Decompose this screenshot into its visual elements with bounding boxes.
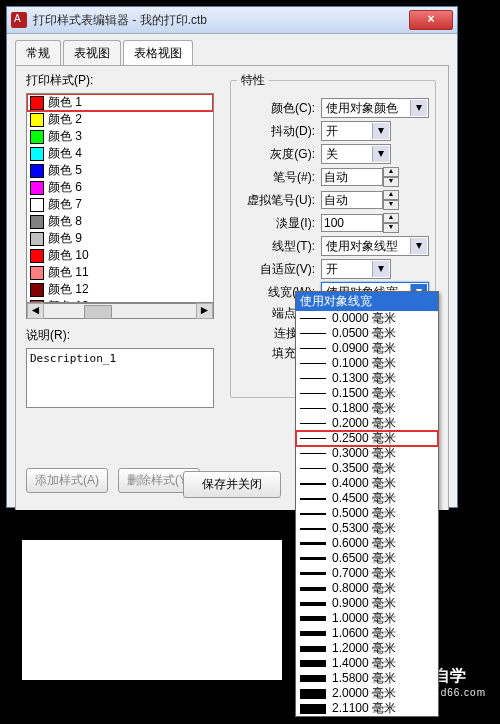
lineweight-option[interactable]: 0.6000 毫米 [296, 536, 438, 551]
lineweight-option[interactable]: 0.5000 毫米 [296, 506, 438, 521]
lineweight-option[interactable]: 0.4000 毫米 [296, 476, 438, 491]
close-button[interactable]: × [409, 10, 453, 30]
color-swatch-icon [30, 249, 44, 263]
adaptive-combo[interactable]: 开▾ [321, 259, 391, 279]
style-list-item[interactable]: 颜色 9 [27, 230, 213, 247]
lineweight-option[interactable]: 0.1500 毫米 [296, 386, 438, 401]
lineweight-preview-icon [300, 423, 326, 424]
style-list-label: 颜色 8 [48, 213, 82, 230]
lineweight-preview-icon [300, 468, 326, 469]
dither-combo[interactable]: 开▾ [321, 121, 391, 141]
scroll-thumb[interactable] [84, 305, 112, 319]
screen-input[interactable] [321, 214, 383, 232]
lineweight-option[interactable]: 0.3000 毫米 [296, 446, 438, 461]
lineweight-option[interactable]: 0.9000 毫米 [296, 596, 438, 611]
style-list-item[interactable]: 颜色 10 [27, 247, 213, 264]
dropdown-current[interactable]: 使用对象线宽 [296, 292, 438, 311]
lineweight-option[interactable]: 0.1800 毫米 [296, 401, 438, 416]
style-list-label: 颜色 3 [48, 128, 82, 145]
lineweight-option[interactable]: 1.4000 毫米 [296, 656, 438, 671]
lineweight-preview-icon [300, 393, 326, 394]
lineweight-option[interactable]: 0.2500 毫米 [296, 431, 438, 446]
lineweight-option[interactable]: 1.0000 毫米 [296, 611, 438, 626]
styles-label: 打印样式(P): [26, 72, 218, 89]
tab-form-view[interactable]: 表格视图 [123, 40, 193, 65]
color-combo[interactable]: 使用对象颜色▾ [321, 98, 429, 118]
style-list-item[interactable]: 颜色 6 [27, 179, 213, 196]
titlebar[interactable]: 打印样式表编辑器 - 我的打印.ctb × [7, 7, 457, 34]
pen-input[interactable] [321, 168, 383, 186]
lineweight-preview-icon [300, 557, 326, 560]
lineweight-preview-icon [300, 483, 326, 485]
style-list-item[interactable]: 颜色 2 [27, 111, 213, 128]
lineweight-option[interactable]: 0.7000 毫米 [296, 566, 438, 581]
vpen-input[interactable] [321, 191, 383, 209]
lineweight-preview-icon [300, 587, 326, 591]
app-icon [11, 12, 27, 28]
background-panel [22, 540, 282, 680]
style-list-item[interactable]: 颜色 12 [27, 281, 213, 298]
color-swatch-icon [30, 113, 44, 127]
style-list-item[interactable]: 颜色 5 [27, 162, 213, 179]
lineweight-dropdown[interactable]: 使用对象线宽 0.0000 毫米0.0500 毫米0.0900 毫米0.1000… [295, 291, 439, 717]
lineweight-option[interactable]: 0.1300 毫米 [296, 371, 438, 386]
screen-spinner[interactable]: ▲▼ [383, 213, 399, 233]
style-list-item[interactable]: 颜色 11 [27, 264, 213, 281]
lineweight-option[interactable]: 0.1000 毫米 [296, 356, 438, 371]
lineweight-preview-icon [300, 660, 326, 667]
color-swatch-icon [30, 96, 44, 110]
styles-listbox[interactable]: 颜色 1颜色 2颜色 3颜色 4颜色 5颜色 6颜色 7颜色 8颜色 9颜色 1… [26, 93, 214, 303]
dither-label: 抖动(D): [237, 123, 315, 140]
style-list-item[interactable]: 颜色 8 [27, 213, 213, 230]
style-list-item[interactable]: 颜色 4 [27, 145, 213, 162]
lineweight-option[interactable]: 0.3500 毫米 [296, 461, 438, 476]
lineweight-option[interactable]: 0.4500 毫米 [296, 491, 438, 506]
lineweight-option[interactable]: 1.5800 毫米 [296, 671, 438, 686]
vpen-spinner[interactable]: ▲▼ [383, 190, 399, 210]
lineweight-preview-icon [300, 675, 326, 682]
h-scrollbar[interactable]: ◄ ► [26, 303, 214, 319]
color-swatch-icon [30, 130, 44, 144]
lineweight-preview-icon [300, 616, 326, 621]
tab-general[interactable]: 常规 [15, 40, 61, 65]
chevron-down-icon: ▾ [410, 238, 427, 254]
lineweight-option[interactable]: 0.2000 毫米 [296, 416, 438, 431]
lineweight-option[interactable]: 0.0900 毫米 [296, 341, 438, 356]
lineweight-option[interactable]: 0.5300 毫米 [296, 521, 438, 536]
chevron-down-icon: ▾ [410, 100, 427, 116]
lineweight-option[interactable]: 0.6500 毫米 [296, 551, 438, 566]
style-list-label: 颜色 4 [48, 145, 82, 162]
screen-label: 淡显(I): [237, 215, 315, 232]
save-close-button[interactable]: 保存并关闭 [183, 471, 281, 498]
style-list-item[interactable]: 颜色 3 [27, 128, 213, 145]
scroll-left-icon[interactable]: ◄ [27, 303, 44, 319]
lineweight-option[interactable]: 2.0000 毫米 [296, 686, 438, 701]
lineweight-preview-icon [300, 318, 326, 319]
style-list-item[interactable]: 颜色 1 [27, 94, 213, 111]
lineweight-preview-icon [300, 704, 326, 714]
lineweight-option[interactable]: 0.0000 毫米 [296, 311, 438, 326]
lineweight-option[interactable]: 2.1100 毫米 [296, 701, 438, 716]
chevron-down-icon: ▾ [372, 261, 389, 277]
lineweight-preview-icon [300, 602, 326, 606]
description-box[interactable]: Description_1 [26, 348, 214, 408]
lineweight-preview-icon [300, 689, 326, 699]
window-title: 打印样式表编辑器 - 我的打印.ctb [33, 12, 409, 29]
gray-combo[interactable]: 关▾ [321, 144, 391, 164]
style-list-item[interactable]: 颜色 7 [27, 196, 213, 213]
scroll-track[interactable] [44, 304, 196, 318]
style-list-label: 颜色 5 [48, 162, 82, 179]
properties-legend: 特性 [237, 72, 269, 89]
pen-spinner[interactable]: ▲▼ [383, 167, 399, 187]
lineweight-preview-icon [300, 333, 326, 334]
lineweight-option[interactable]: 1.2000 毫米 [296, 641, 438, 656]
lineweight-option[interactable]: 0.0500 毫米 [296, 326, 438, 341]
color-label: 颜色(C): [237, 100, 315, 117]
lineweight-preview-icon [300, 572, 326, 575]
lineweight-option[interactable]: 0.8000 毫米 [296, 581, 438, 596]
lineweight-option[interactable]: 1.0600 毫米 [296, 626, 438, 641]
color-swatch-icon [30, 147, 44, 161]
tab-table-view[interactable]: 表视图 [63, 40, 121, 65]
scroll-right-icon[interactable]: ► [196, 303, 213, 319]
linetype-combo[interactable]: 使用对象线型▾ [321, 236, 429, 256]
